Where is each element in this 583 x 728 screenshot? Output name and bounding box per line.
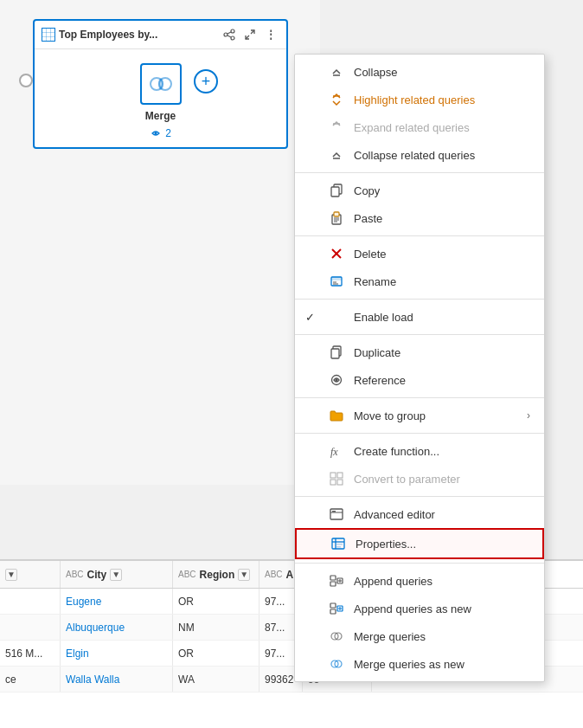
cell-2-0: 516 M... [0,641,61,666]
collapse-related-icon [328,146,345,164]
col-label-region: Region [200,569,235,581]
menu-label-paste: Paste [354,212,530,225]
menu-label-enable-load: Enable load [354,311,530,324]
col-filter-city[interactable]: ▼ [110,569,122,581]
separator-6 [295,433,544,434]
col-label-city: City [87,569,107,581]
cell-2-region: OR [173,641,259,666]
menu-item-duplicate[interactable]: Duplicate [295,338,544,366]
menu-label-delete: Delete [354,248,530,261]
cell-0-0 [0,589,61,614]
highlight-icon [328,91,345,108]
menu-label-append-queries: Append queries [354,575,530,588]
left-connector [19,74,33,87]
collapse-icon [328,63,345,81]
separator-2 [295,235,544,236]
submenu-arrow: › [527,409,530,422]
menu-item-append-queries[interactable]: Append queries [295,567,544,595]
card-title: Top Employees by... [59,29,157,41]
checkmark-icon: ✓ [305,311,319,324]
col-filter-0[interactable]: ▼ [5,569,17,581]
separator-5 [295,397,544,398]
menu-label-highlight: Highlight related queries [354,93,530,106]
cell-2-city: Elgin [61,641,173,666]
menu-item-delete[interactable]: Delete [295,240,544,267]
svg-point-1 [224,33,227,36]
merge-icon [328,628,345,645]
menu-label-duplicate: Duplicate [354,346,530,359]
more-options-icon[interactable]: ⋮ [262,26,279,43]
properties-icon [330,535,347,552]
links-count: 2 [165,127,171,139]
separator-1 [295,172,544,173]
merge-node-label: Merge [145,110,176,122]
menu-item-append-new[interactable]: Append queries as new [295,595,544,622]
col-type-region: ABC [178,570,196,579]
col-filter-region[interactable]: ▼ [238,569,250,581]
svg-rect-50 [330,603,336,608]
menu-label-collapse: Collapse [354,66,530,79]
menu-label-expand: Expand related queries [354,121,530,134]
col-header-0: ▼ [0,561,61,588]
menu-item-convert-param: Convert to parameter [295,465,544,493]
query-card-body: Merge 2 [35,49,286,153]
menu-item-collapse[interactable]: Collapse [295,58,544,86]
col-header-region: ABC Region ▼ [173,561,259,588]
menu-label-rename: Rename [354,275,530,288]
menu-item-properties[interactable]: Properties... [295,528,544,559]
append-icon [328,572,345,589]
menu-item-copy[interactable]: Copy [295,177,544,204]
menu-item-enable-load[interactable]: ✓ Enable load [295,303,544,331]
folder-icon [328,407,345,424]
enable-load-spacer [328,308,345,325]
query-card-header: Top Employees by... ⋮ [35,21,286,49]
svg-rect-35 [330,480,336,485]
menu-label-append-new: Append queries as new [354,602,530,615]
cell-0-region: OR [173,589,259,614]
card-header-actions: ⋮ [221,26,279,43]
svg-text:fx: fx [330,446,338,458]
separator-4 [295,334,544,335]
menu-label-move-to-group: Move to group [354,409,518,422]
table-icon [42,28,55,42]
svg-rect-46 [330,582,336,586]
col-type-city: ABC [66,570,84,579]
cell-3-region: WA [173,667,259,692]
menu-item-move-to-group[interactable]: Move to group › [295,402,544,429]
share-icon[interactable] [221,26,238,43]
menu-item-paste[interactable]: Paste [295,204,544,232]
expand-icon[interactable] [241,26,259,43]
menu-item-advanced-editor[interactable]: Advanced editor [295,500,544,528]
menu-item-collapse-related[interactable]: Collapse related queries [295,141,544,169]
delete-icon [328,245,345,262]
svg-rect-18 [334,212,339,216]
menu-label-copy: Copy [354,184,530,197]
fx-icon: fx [328,442,345,460]
menu-item-create-function[interactable]: fx Create function... [295,437,544,465]
menu-label-reference: Reference [354,374,530,387]
append-new-icon [328,600,345,617]
cell-1-0 [0,615,61,640]
cell-1-city: Albuquerque [61,615,173,640]
merge-icon-box [140,63,182,105]
cell-3-0: ce [0,667,61,692]
svg-point-10 [155,132,157,135]
menu-item-highlight[interactable]: Highlight related queries [295,86,544,113]
separator-7 [295,496,544,497]
menu-label-merge-queries: Merge queries [354,630,530,643]
menu-item-merge-queries[interactable]: Merge queries [295,622,544,650]
menu-item-reference[interactable]: Reference [295,366,544,394]
merge-new-icon [328,655,345,673]
separator-8 [295,563,544,564]
copy-icon [328,182,345,199]
header-left: Top Employees by... [42,28,157,42]
reference-icon [328,371,345,389]
menu-item-rename[interactable]: Rename [295,267,544,295]
menu-label-properties: Properties... [356,538,529,551]
duplicate-icon [328,344,345,361]
menu-item-merge-new[interactable]: Merge queries as new [295,650,544,678]
cell-1-region: NM [173,615,259,640]
svg-rect-29 [331,349,339,358]
add-step-button[interactable]: + [194,69,218,93]
menu-label-merge-new: Merge queries as new [354,658,530,671]
